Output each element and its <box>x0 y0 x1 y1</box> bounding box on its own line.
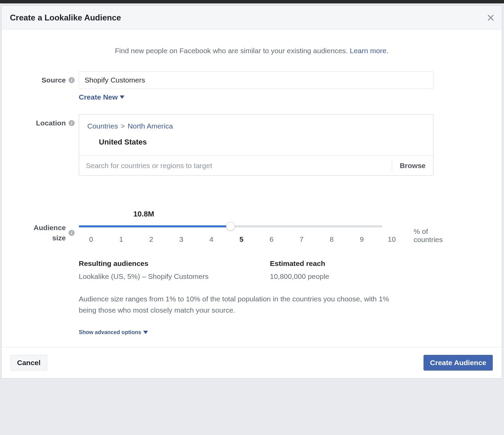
selected-country: United States <box>87 130 425 148</box>
slider-handle[interactable] <box>226 222 235 231</box>
location-label: Location i <box>7 114 79 127</box>
slider-fill <box>79 225 231 227</box>
slider-tick: 4 <box>196 235 226 243</box>
breadcrumb-separator: > <box>121 122 125 130</box>
source-value: Shopify Customers <box>85 76 145 84</box>
slider-tick: 10 <box>377 235 407 243</box>
helper-text: Audience size ranges from 1% to 10% of t… <box>79 294 457 316</box>
slider-tick: 1 <box>106 235 136 243</box>
source-input[interactable]: Shopify Customers <box>79 71 433 89</box>
source-row: Source i Shopify Customers Create New <box>7 71 502 105</box>
browse-button[interactable]: Browse <box>392 160 433 171</box>
source-label-text: Source <box>42 76 66 84</box>
location-box: Countries > North America United States … <box>79 114 433 176</box>
learn-more-link[interactable]: Learn more. <box>350 47 388 55</box>
slider-tick: 7 <box>286 235 316 243</box>
location-label-text: Location <box>36 119 66 127</box>
location-breadcrumb: Countries > North America <box>87 122 425 130</box>
location-row: Location i Countries > North America <box>7 114 502 179</box>
lookalike-modal: Create a Lookalike Audience Find new peo… <box>1 5 502 378</box>
location-selected: Countries > North America United States <box>79 115 433 155</box>
audience-slider: 10.8M 012345678910 % of countries <box>79 210 382 244</box>
advanced-options-toggle[interactable]: Show advanced options <box>79 329 148 335</box>
advanced-label: Show advanced options <box>79 329 141 335</box>
location-search-input[interactable] <box>79 156 392 175</box>
resulting-heading: Resulting audiences <box>79 259 209 268</box>
modal-header: Create a Lookalike Audience <box>2 6 502 30</box>
chevron-down-icon <box>143 331 148 334</box>
slider-tick: 5 <box>226 235 256 243</box>
slider-value-label: 10.8M <box>133 210 382 219</box>
modal-title: Create a Lookalike Audience <box>10 13 121 22</box>
intro-text: Find new people on Facebook who are simi… <box>2 30 502 71</box>
breadcrumb-countries[interactable]: Countries <box>87 122 118 130</box>
reach-text: 10,800,000 people <box>270 272 329 281</box>
audience-size-label: Audience size i <box>7 210 79 243</box>
close-icon[interactable] <box>486 13 495 22</box>
slider-ticks: 012345678910 <box>76 235 407 243</box>
slider-tick: 6 <box>256 235 286 243</box>
create-audience-button[interactable]: Create Audience <box>424 355 493 371</box>
slider-tick: 0 <box>76 235 106 243</box>
audience-size-row: Audience size i 10.8M 0123456 <box>7 210 502 339</box>
chevron-down-icon <box>120 95 124 99</box>
resulting-audiences: Resulting audiences Lookalike (US, 5%) –… <box>79 259 209 281</box>
info-icon[interactable]: i <box>69 230 75 236</box>
slider-tick: 2 <box>136 235 166 243</box>
modal-body: Find new people on Facebook who are simi… <box>2 30 502 347</box>
slider-suffix: % of countries <box>414 227 443 244</box>
intro-copy: Find new people on Facebook who are simi… <box>115 47 350 55</box>
audience-size-label-text: Audience size <box>33 223 66 243</box>
create-new-label: Create New <box>79 93 118 101</box>
reach-heading: Estimated reach <box>270 259 329 268</box>
app-topbar <box>0 0 504 3</box>
info-icon[interactable]: i <box>69 77 75 83</box>
slider-tick: 8 <box>317 235 347 243</box>
resulting-text: Lookalike (US, 5%) – Shopify Customers <box>79 272 209 281</box>
slider-track[interactable] <box>79 225 382 227</box>
page-background: Create a Lookalike Audience Find new peo… <box>0 0 504 435</box>
create-new-dropdown[interactable]: Create New <box>79 93 124 101</box>
location-search-row: Browse <box>79 155 433 175</box>
info-icon[interactable]: i <box>69 120 75 126</box>
estimated-reach: Estimated reach 10,800,000 people <box>270 259 329 281</box>
modal-footer: Cancel Create Audience <box>2 347 502 378</box>
slider-tick: 9 <box>347 235 377 243</box>
source-label: Source i <box>7 71 79 84</box>
result-section: Resulting audiences Lookalike (US, 5%) –… <box>79 259 457 281</box>
cancel-button[interactable]: Cancel <box>11 355 47 371</box>
slider-tick: 3 <box>166 235 196 243</box>
breadcrumb-region[interactable]: North America <box>128 122 173 130</box>
